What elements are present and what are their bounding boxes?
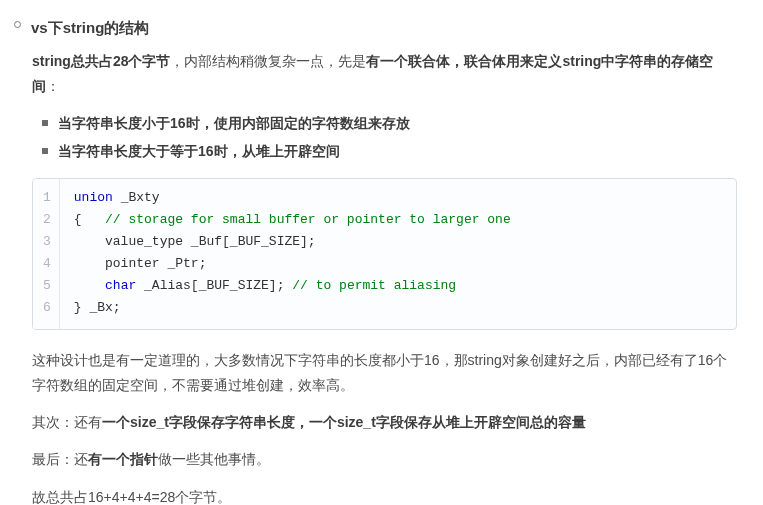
line-number: 6 [43,297,51,319]
code-body: union _Bxty { // storage for small buffe… [60,179,521,329]
code-block: 1 2 3 4 5 6 union _Bxty { // storage for… [32,178,737,330]
p4-strong: 有一个指针 [88,451,158,467]
line-number: 1 [43,187,51,209]
sub-list: 当字符串长度小于16时，使用内部固定的字符数组来存放 当字符串长度大于等于16时… [32,111,737,163]
code-text [74,278,105,293]
code-gutter: 1 2 3 4 5 6 [33,179,60,329]
code-line: union _Bxty [74,187,511,209]
intro-tail: ： [46,78,60,94]
keyword: char [105,278,136,293]
paragraph-4: 最后：还有一个指针做一些其他事情。 [32,447,737,472]
top-list-item: vs下string的结构 [14,14,737,41]
section-content: string总共占28个字节，内部结构稍微复杂一点，先是有一个联合体，联合体用来… [14,49,737,505]
section-heading: vs下string的结构 [31,14,149,41]
paragraph-3: 其次：还有一个size_t字段保存字符串长度，一个size_t字段保存从堆上开辟… [32,410,737,435]
intro-paragraph: string总共占28个字节，内部结构稍微复杂一点，先是有一个联合体，联合体用来… [32,49,737,99]
line-number: 5 [43,275,51,297]
line-number: 3 [43,231,51,253]
line-number: 4 [43,253,51,275]
intro-strong-1: string总共占28个字节 [32,53,170,69]
code-line: value_type _Buf[_BUF_SIZE]; [74,231,511,253]
open-bullet-icon [14,21,21,28]
list-item: 当字符串长度大于等于16时，从堆上开辟空间 [58,139,737,164]
code-line: } _Bx; [74,297,511,319]
list-item: 当字符串长度小于16时，使用内部固定的字符数组来存放 [58,111,737,136]
code-line: char _Alias[_BUF_SIZE]; // to permit ali… [74,275,511,297]
paragraph-2: 这种设计也是有一定道理的，大多数情况下字符串的长度都小于16，那string对象… [32,348,737,398]
intro-mid: ，内部结构稍微复杂一点，先是 [170,53,366,69]
comment: // to permit aliasing [292,278,456,293]
comment: // storage for small buffer or pointer t… [105,212,511,227]
keyword: union [74,190,113,205]
code-text: _Bxty [113,190,160,205]
code-text: { [74,212,105,227]
code-line: { // storage for small buffer or pointer… [74,209,511,231]
p3-strong: 一个size_t字段保存字符串长度，一个size_t字段保存从堆上开辟空间总的容… [102,414,586,430]
p4-tail: 做一些其他事情。 [158,451,270,467]
line-number: 2 [43,209,51,231]
p4-pre: 最后：还 [32,451,88,467]
code-line: pointer _Ptr; [74,253,511,275]
code-text: _Alias[_BUF_SIZE]; [136,278,292,293]
paragraph-5: 故总共占16+4+4+4=28个字节。 [32,485,737,506]
p3-pre: 其次：还有 [32,414,102,430]
